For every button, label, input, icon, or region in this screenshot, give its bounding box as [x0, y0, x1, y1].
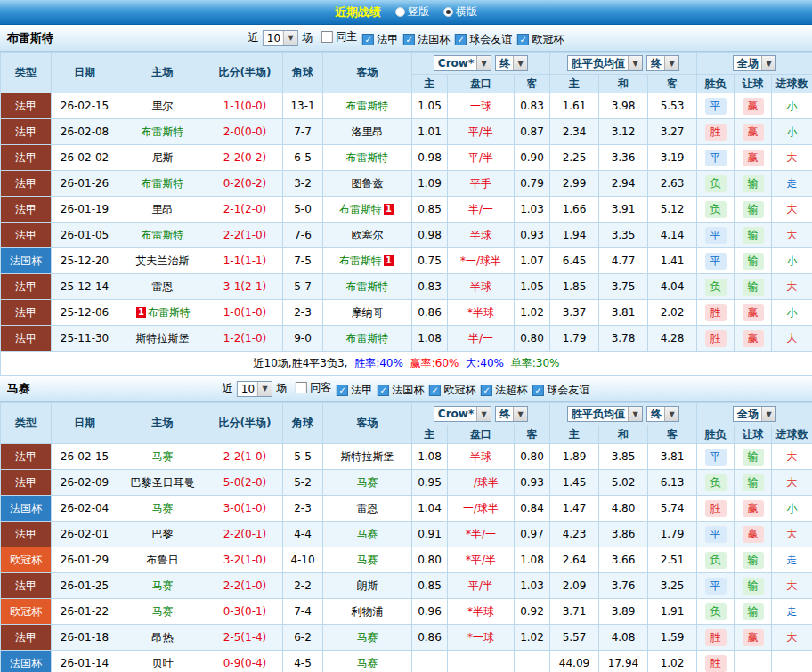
checkbox-icon[interactable]: ✓: [455, 34, 467, 45]
filter-checkbox[interactable]: ✓球会友谊: [532, 383, 589, 398]
cell-avg-home: 2.25: [550, 145, 599, 171]
recent-count-select[interactable]: 10 ▼: [263, 30, 298, 46]
col-odds-home-header: 主: [412, 425, 448, 444]
filter-checkbox[interactable]: ✓欧冠杯: [517, 32, 564, 47]
checkbox-icon[interactable]: ✓: [517, 34, 529, 45]
cell-result: 负: [697, 470, 735, 496]
filter-checkbox[interactable]: ✓法甲: [337, 383, 372, 398]
team-name: 里昂: [152, 203, 174, 215]
result-badge: 平: [705, 98, 727, 115]
avg-final-select[interactable]: 终 ▼: [646, 406, 679, 422]
checkbox-label: 同主: [336, 29, 357, 45]
filter-checkbox[interactable]: ✓球会友谊: [455, 32, 512, 47]
cell-score: 3-0(1-0): [207, 496, 283, 522]
cell-odds-away: 1.08: [515, 547, 550, 573]
cell-corners: 6-5: [283, 145, 323, 171]
scope-select[interactable]: 全场 ▼: [733, 55, 776, 71]
team-section-marseille: 马赛 近 10 ▼ 场 同客✓法甲✓法国杯✓欧冠杯✓法超杯✓球会友谊 类型: [0, 376, 812, 672]
filter-checkbox[interactable]: ✓法甲: [362, 32, 398, 47]
result-badge: 大: [787, 579, 798, 592]
odds-final-select[interactable]: 终 ▼: [495, 55, 528, 71]
radio-horizontal-layout[interactable]: 横版: [443, 4, 477, 20]
filter-checkboxes: 同主✓法甲✓法国杯✓球会友谊✓欧冠杯: [316, 29, 564, 47]
filter-checkbox[interactable]: 同主: [321, 29, 357, 45]
cell-result: 胜: [697, 119, 735, 145]
col-home-header: 主场: [118, 403, 207, 444]
result-badge: 胜: [705, 629, 727, 646]
odds-company-select[interactable]: Crow* ▼: [434, 406, 491, 422]
col-score-header: 比分(半场): [207, 53, 283, 93]
radio-selected-icon[interactable]: [443, 7, 453, 17]
match-row: 法甲26-02-15马赛2-2(1-0)5-5斯特拉斯堡1.08半球0.801.…: [1, 444, 812, 470]
filter-checkbox[interactable]: ✓法超杯: [481, 383, 527, 398]
cell-corners: 6-2: [283, 625, 323, 651]
cell-corners: 4-10: [283, 547, 323, 573]
filter-checkbox[interactable]: 同客: [296, 380, 331, 395]
match-row: 法国杯25-12-20艾夫兰治斯1-1(1-1)7-5布雷斯特10.75*一/球…: [1, 248, 812, 274]
cell-avg-away: 3.27: [648, 119, 697, 145]
cell-league: 欧冠杯: [1, 547, 52, 573]
checkbox-icon[interactable]: ✓: [378, 385, 389, 396]
chevron-down-icon: ▼: [761, 407, 775, 421]
col-odds-line-header: 盘口: [448, 425, 515, 444]
cell-handicap-result: 赢: [735, 145, 772, 171]
checkbox-icon[interactable]: ✓: [532, 385, 544, 396]
checkbox-icon[interactable]: ✓: [403, 34, 415, 45]
cell-odds-home: 0.75: [412, 248, 448, 274]
checkbox-icon[interactable]: [321, 31, 333, 43]
checkbox-icon[interactable]: ✓: [429, 385, 441, 396]
filter-checkbox[interactable]: ✓法国杯: [403, 32, 450, 47]
odds-company-value: Crow*: [438, 57, 474, 69]
result-badge: 负: [705, 552, 727, 569]
recent-count-select[interactable]: 10 ▼: [237, 381, 272, 397]
result-badge: 大: [787, 450, 798, 463]
cell-date: 26-02-15: [52, 444, 118, 470]
checkbox-label: 球会友谊: [469, 32, 512, 47]
summary-segment: 大:40%: [462, 357, 504, 369]
cell-odds-home: 1.05: [412, 93, 448, 119]
avg-type-value: 胜平负均值: [572, 56, 625, 71]
cell-avg-away: 2.63: [648, 171, 697, 197]
cell-home-team: 1布雷斯特: [118, 300, 207, 326]
cell-avg-home: 2.34: [550, 119, 599, 145]
summary-segment: 单率:30%: [508, 357, 560, 369]
filter-checkbox[interactable]: ✓欧冠杯: [429, 383, 475, 398]
result-badge: 胜: [705, 655, 727, 672]
odds-company-select[interactable]: Crow* ▼: [434, 55, 491, 71]
match-row: 法甲26-01-26布雷斯特0-2(0-2)3-2图鲁兹1.09平手0.792.…: [1, 171, 812, 197]
chevron-down-icon: ▼: [283, 31, 297, 45]
cell-league: 法甲: [1, 573, 52, 599]
cell-handicap-result: 赢: [735, 625, 772, 651]
cell-away-team: 布雷斯特: [323, 326, 412, 352]
team-name: 布雷斯特: [142, 229, 184, 241]
checkbox-icon[interactable]: ✓: [362, 34, 374, 45]
cell-odds-away: 1.05: [515, 274, 550, 300]
cell-odds-line: 半球: [448, 444, 515, 470]
chevron-down-icon: ▼: [476, 56, 491, 70]
cell-home-team: 斯特拉斯堡: [118, 326, 207, 352]
team-name: 尼斯: [152, 151, 174, 164]
avg-final-select[interactable]: 终 ▼: [646, 55, 679, 71]
result-badge: 输: [743, 227, 764, 244]
checkbox-icon[interactable]: [296, 382, 307, 393]
cell-avg-away: 6.13: [648, 470, 697, 496]
cell-odds-away: 0.93: [515, 470, 550, 496]
filter-checkbox[interactable]: ✓法国杯: [378, 383, 424, 398]
result-badge: 走: [787, 554, 798, 566]
avg-type-select[interactable]: 胜平负均值 ▼: [567, 406, 643, 422]
checkbox-label: 法超杯: [495, 383, 527, 398]
result-badge: 输: [743, 253, 764, 270]
cell-odds-line: 平/半: [448, 573, 515, 599]
col-score-header: 比分(半场): [207, 403, 283, 444]
result-badge: 赢: [743, 124, 764, 141]
cell-odds-line: 半球: [448, 223, 515, 248]
radio-icon[interactable]: [395, 7, 405, 17]
cell-avg-away: 1.41: [648, 248, 697, 274]
checkbox-icon[interactable]: ✓: [337, 385, 348, 396]
odds-final-select[interactable]: 终 ▼: [495, 406, 528, 422]
checkbox-icon[interactable]: ✓: [481, 385, 492, 396]
scope-select[interactable]: 全场 ▼: [733, 406, 776, 422]
radio-vertical-layout[interactable]: 竖版: [395, 4, 429, 20]
avg-type-select[interactable]: 胜平负均值 ▼: [567, 55, 643, 71]
result-badge: 胜: [705, 330, 727, 347]
